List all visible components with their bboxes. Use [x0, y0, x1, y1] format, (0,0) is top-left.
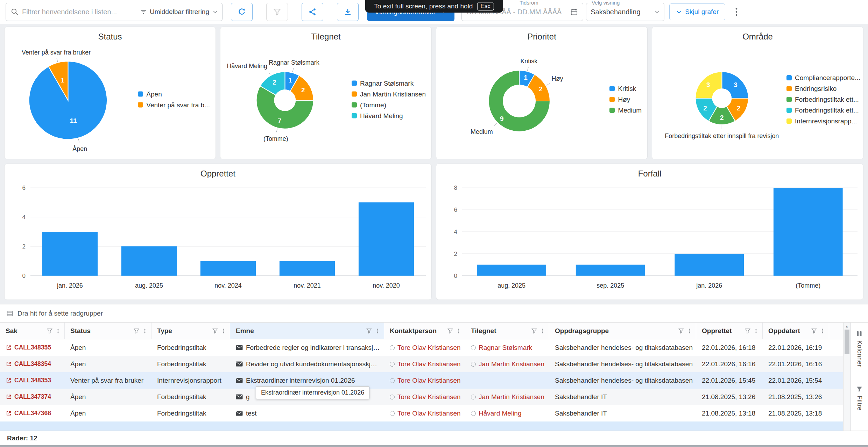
- instant-filter-dropdown[interactable]: Umiddelbar filtrering: [140, 8, 218, 16]
- slice-label: Høy: [552, 75, 563, 82]
- forfall-bar-chart[interactable]: 02468aug. 2025sep. 2025jan. 2026(Tomme): [436, 179, 863, 294]
- toolbar-menu-button[interactable]: [730, 3, 743, 20]
- case-id[interactable]: CALL348353: [14, 377, 51, 384]
- vertical-scrollbar[interactable]: ▲: [843, 323, 850, 431]
- bar[interactable]: [42, 232, 98, 276]
- case-id[interactable]: CALL348354: [14, 360, 51, 368]
- filter-icon[interactable]: [47, 328, 52, 334]
- legend-item[interactable]: Endringsrisiko: [786, 85, 860, 93]
- column-header-status[interactable]: Status: [65, 323, 151, 339]
- column-header-emne[interactable]: Emne: [230, 323, 384, 339]
- search-input[interactable]: Filtrer henvendelsene i listen...: [22, 8, 140, 16]
- column-menu-icon[interactable]: [456, 328, 461, 334]
- table-row[interactable]: CALL347368ÅpenForbedringstiltaktestTore …: [0, 405, 843, 421]
- scrollbar-thumb[interactable]: [845, 330, 849, 354]
- opprettet-bar-chart[interactable]: 0246jan. 2026aug. 2025nov. 2024nov. 2021…: [5, 179, 431, 294]
- filter-icon[interactable]: [212, 328, 218, 334]
- filter-icon[interactable]: [134, 328, 139, 334]
- tab-kolonner[interactable]: Kolonner: [856, 330, 863, 367]
- legend-item[interactable]: Åpen: [138, 90, 210, 98]
- calendar-icon[interactable]: [570, 8, 578, 16]
- bar[interactable]: [675, 254, 744, 276]
- legend-item[interactable]: Håvard Meling: [352, 112, 426, 120]
- case-id[interactable]: CALL347374: [14, 393, 51, 401]
- table-row[interactable]: CALL348354ÅpenForbedringstiltakRevider o…: [0, 356, 843, 372]
- legend-item[interactable]: (Tomme): [352, 101, 426, 109]
- legend-label: Compliancerapporte...: [795, 74, 860, 82]
- clear-filter-button[interactable]: [266, 3, 288, 21]
- column-menu-icon[interactable]: [540, 328, 545, 334]
- bar[interactable]: [774, 188, 843, 276]
- filter-icon[interactable]: [447, 328, 453, 334]
- table-row[interactable]: CALL348353Venter på svar fra brukerInter…: [0, 372, 843, 389]
- filter-icon[interactable]: [678, 328, 684, 334]
- column-menu-icon[interactable]: [753, 328, 759, 334]
- case-link[interactable]: CALL347368: [0, 405, 65, 421]
- person-link[interactable]: Tore Olav Kristiansen: [397, 393, 461, 401]
- legend-item[interactable]: Kritisk: [609, 85, 642, 93]
- rowgroup-dropzone[interactable]: Dra hit for å sette radgrupper: [0, 304, 868, 323]
- external-link-icon: [6, 361, 12, 367]
- bar[interactable]: [200, 261, 256, 276]
- scroll-up-button[interactable]: ▲: [844, 323, 851, 330]
- column-header-oppdatert[interactable]: Oppdatert: [763, 323, 829, 339]
- table-row[interactable]: CALL348355ÅpenForbedringstiltakForbedred…: [0, 339, 843, 356]
- case-id[interactable]: CALL348355: [14, 344, 51, 351]
- hide-charts-button[interactable]: Skjul grafer: [669, 3, 725, 20]
- x-category-label: nov. 2024: [214, 282, 242, 289]
- column-header-opprettet[interactable]: Opprettet: [696, 323, 763, 339]
- column-header-type[interactable]: Type: [151, 323, 230, 339]
- column-menu-icon[interactable]: [375, 328, 380, 334]
- legend-item[interactable]: Internrevisjonsrapp...: [786, 117, 860, 125]
- tab-label: Filtre: [856, 396, 863, 411]
- filter-icon[interactable]: [366, 328, 372, 334]
- legend-item[interactable]: Høy: [609, 96, 642, 103]
- person-link[interactable]: Tore Olav Kristiansen: [397, 344, 461, 352]
- legend-item[interactable]: Jan Martin Kristiansen: [352, 90, 426, 98]
- column-header-sak[interactable]: Sak: [0, 323, 65, 339]
- case-id[interactable]: CALL347368: [14, 410, 51, 417]
- bar[interactable]: [121, 246, 177, 276]
- case-link[interactable]: CALL348355: [0, 339, 65, 356]
- bar[interactable]: [280, 261, 335, 276]
- funnel-icon: [856, 386, 863, 392]
- column-menu-icon[interactable]: [221, 328, 226, 334]
- legend-item[interactable]: Forbedringstiltak ett...: [786, 96, 860, 103]
- horizontal-scrollbar[interactable]: [0, 421, 843, 431]
- column-header-oppdragsgruppe[interactable]: Oppdragsgruppe: [549, 323, 696, 339]
- case-link[interactable]: CALL348354: [0, 356, 65, 372]
- bar[interactable]: [576, 265, 645, 275]
- person-link[interactable]: Håvard Meling: [479, 410, 522, 417]
- table-row[interactable]: CALL347374ÅpenForbedringstiltakgTore Ola…: [0, 389, 843, 405]
- legend-swatch: [786, 118, 792, 124]
- filter-icon[interactable]: [745, 328, 750, 334]
- legend-item[interactable]: Forbedringstiltak ett...: [786, 107, 860, 114]
- refresh-button[interactable]: [231, 3, 253, 21]
- column-header-tilegnet[interactable]: Tilegnet: [465, 323, 549, 339]
- filter-icon[interactable]: [531, 328, 537, 334]
- bar[interactable]: [359, 202, 414, 276]
- legend-item[interactable]: Venter på svar fra b...: [138, 101, 210, 109]
- column-menu-icon[interactable]: [687, 328, 692, 334]
- legend-item[interactable]: Ragnar Stølsmark: [352, 79, 426, 87]
- tab-filtre[interactable]: Filtre: [856, 386, 863, 411]
- person-link[interactable]: Tore Olav Kristiansen: [397, 410, 461, 417]
- column-menu-icon[interactable]: [142, 328, 148, 334]
- person-link[interactable]: Tore Olav Kristiansen: [397, 377, 461, 384]
- person-link[interactable]: Jan Martin Kristiansen: [479, 393, 544, 401]
- view-select[interactable]: Velg visning Saksbehandling: [586, 3, 664, 21]
- person-link[interactable]: Ragnar Stølsmark: [479, 344, 532, 352]
- person-link[interactable]: Jan Martin Kristiansen: [479, 360, 544, 368]
- case-link[interactable]: CALL348353: [0, 372, 65, 389]
- legend-item[interactable]: Compliancerapporte...: [786, 74, 860, 82]
- download-button[interactable]: [337, 3, 359, 21]
- share-button[interactable]: [302, 3, 323, 21]
- person-link[interactable]: Tore Olav Kristiansen: [397, 360, 461, 368]
- case-link[interactable]: CALL347374: [0, 389, 65, 405]
- legend-item[interactable]: Medium: [609, 107, 642, 114]
- filter-icon[interactable]: [811, 328, 817, 334]
- column-menu-icon[interactable]: [55, 328, 61, 334]
- bar[interactable]: [477, 265, 546, 275]
- column-menu-icon[interactable]: [820, 328, 825, 334]
- column-header-kontaktperson[interactable]: Kontaktperson: [384, 323, 465, 339]
